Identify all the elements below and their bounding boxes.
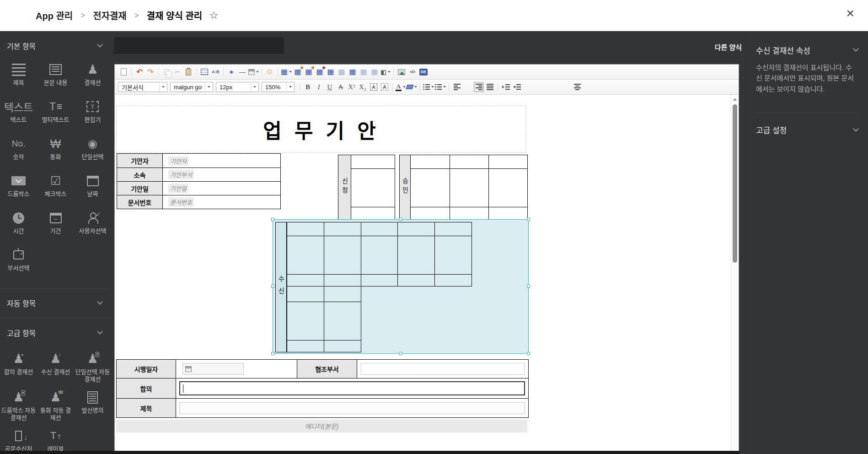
split-vertical-icon[interactable]: ▦: [370, 67, 380, 77]
indent-decrease-icon[interactable]: [512, 82, 522, 92]
resize-handle-s[interactable]: [399, 352, 402, 355]
meta-table[interactable]: 시행일자 협조부서 합의: [116, 359, 529, 418]
special-character-icon[interactable]: ∗: [226, 67, 236, 77]
font-family-select[interactable]: malgun got..: [170, 82, 213, 92]
sidebar-item-dropbox-auto-line[interactable]: ♟드롭박스 자동결재선: [0, 386, 37, 425]
sidebar-item-time[interactable]: 시간: [0, 206, 37, 243]
cut-icon[interactable]: ✂: [172, 67, 182, 77]
superscript-icon[interactable]: X²: [347, 82, 357, 92]
source-code-icon[interactable]: </>: [407, 67, 418, 77]
sidebar-item-agree-approval-line[interactable]: ♟합의 결재선: [0, 348, 37, 386]
row-value[interactable]: 기안자: [163, 154, 280, 168]
split-cells-icon[interactable]: ▦: [337, 67, 347, 77]
close-button[interactable]: ×: [846, 6, 854, 20]
horizontal-rule-icon[interactable]: —: [237, 67, 247, 77]
resize-handle-w[interactable]: [271, 285, 274, 288]
editor-canvas[interactable]: 업 무 기 안 기안자기안자 소속기안부서 기안일기안일 문서번호문서번호 신청: [115, 95, 739, 454]
sidebar-item-text[interactable]: 텍스트텍스트: [0, 95, 37, 132]
advanced-settings-header[interactable]: 고급 설정: [756, 123, 858, 137]
character-style-icon[interactable]: A: [369, 82, 379, 92]
receive-line-properties-header[interactable]: 수신 결재선 속성: [756, 43, 858, 57]
sidebar-item-sender-name[interactable]: 발신명의: [74, 386, 111, 425]
scrollbar-thumb[interactable]: [733, 104, 737, 263]
subject-input[interactable]: [179, 402, 525, 414]
underline-icon[interactable]: U: [325, 82, 335, 92]
resize-handle-nw[interactable]: [271, 218, 274, 221]
remove-format-icon[interactable]: A: [380, 82, 390, 92]
sidebar-item-label-item[interactable]: T레이블: [37, 425, 74, 454]
resize-handle-se[interactable]: [527, 352, 530, 355]
sidebar-item-title[interactable]: 제목: [0, 58, 37, 95]
redo-icon[interactable]: ↷: [145, 67, 155, 77]
sidebar-item-official-receiver[interactable]: ↓공문수신처: [0, 425, 37, 454]
emoticon-icon[interactable]: ☺: [265, 67, 275, 77]
find-replace-icon[interactable]: A↕B: [210, 67, 220, 77]
resize-handle-n[interactable]: [399, 218, 402, 221]
undo-icon[interactable]: ↶: [134, 67, 145, 77]
favorite-star-icon[interactable]: ☆: [209, 9, 219, 22]
align-left-icon[interactable]: [452, 82, 462, 92]
sidebar-item-department-select[interactable]: ✓부서선택: [0, 243, 37, 280]
sidebar-item-checkbox[interactable]: ☑체크박스: [37, 169, 74, 206]
auto-section-header[interactable]: 자동 항목: [0, 289, 111, 317]
document-title-block[interactable]: 업 무 기 안: [116, 106, 526, 153]
sidebar-item-editor[interactable]: T편집기: [74, 95, 111, 132]
align-right-icon[interactable]: [474, 82, 484, 92]
other-form-button[interactable]: 다른 양식: [715, 42, 742, 52]
row-value[interactable]: 기안부서: [163, 168, 280, 181]
font-color-icon[interactable]: A: [396, 82, 406, 92]
sidebar-item-single-select-auto-line[interactable]: ♟단일선택 자동결재선: [74, 348, 111, 386]
agree-input[interactable]: [179, 381, 525, 395]
resize-handle-sw[interactable]: [271, 352, 274, 355]
row-value[interactable]: 문서번호: [163, 195, 280, 209]
sidebar-item-period[interactable]: ~기간: [37, 206, 74, 243]
document-badge-icon[interactable]: DE: [418, 67, 429, 77]
sidebar-item-receive-approval-line[interactable]: ♟수신 결재선: [37, 348, 74, 386]
resize-handle-e[interactable]: [527, 285, 530, 288]
sidebar-item-number[interactable]: No.숫자: [0, 132, 37, 169]
body-editor-placeholder[interactable]: 에디터(본문): [116, 420, 527, 432]
drafter-info-table[interactable]: 기안자기안자 소속기안부서 기안일기안일 문서번호문서번호: [117, 153, 281, 209]
insert-table-icon[interactable]: ▦: [281, 67, 292, 77]
row-value[interactable]: 기안일: [163, 182, 280, 195]
merge-cells-icon[interactable]: ▦: [326, 67, 336, 77]
italic-icon[interactable]: I: [314, 82, 324, 92]
breadcrumb-app-manage[interactable]: App 관리: [36, 9, 73, 22]
insert-column-icon[interactable]: ▦: [304, 67, 314, 77]
sidebar-item-dropdown[interactable]: 드롭박스: [0, 169, 37, 206]
sidebar-item-date[interactable]: 날짜: [74, 169, 111, 206]
sidebar-item-currency-auto-line[interactable]: ♟통화 자동 결재선: [37, 386, 74, 425]
sidebar-item-currency[interactable]: ₩통화: [37, 132, 74, 169]
approve-approval-table[interactable]: 승인: [399, 155, 528, 222]
highlight-color-icon[interactable]: [407, 82, 417, 92]
calendar-insert-icon[interactable]: [248, 67, 259, 77]
font-size-select[interactable]: 12px: [216, 82, 259, 92]
advanced-section-header[interactable]: 고급 항목: [0, 318, 111, 348]
align-justify-icon[interactable]: [485, 82, 495, 92]
subscript-icon[interactable]: X₂: [358, 82, 368, 92]
unordered-list-icon[interactable]: [435, 82, 446, 92]
coop-dept-input[interactable]: [361, 363, 525, 375]
editor-scrollbar[interactable]: [731, 95, 739, 454]
zoom-select[interactable]: 150%: [262, 82, 295, 92]
new-document-icon[interactable]: [118, 67, 129, 77]
basic-section-header[interactable]: 기본 항목: [0, 34, 111, 58]
apply-approval-table[interactable]: 신청: [338, 155, 395, 222]
exec-date-input[interactable]: [182, 363, 244, 375]
align-center-icon[interactable]: [463, 82, 473, 92]
delete-row-icon[interactable]: ▦: [315, 67, 325, 77]
split-horizontal-icon[interactable]: ▦: [359, 67, 369, 77]
breadcrumb-eapproval[interactable]: 전자결재: [93, 9, 127, 22]
strikethrough-icon[interactable]: A: [336, 82, 346, 92]
sidebar-item-single-select[interactable]: ◉단일선택: [74, 132, 111, 169]
sidebar-item-approval-line[interactable]: ♟결재선: [74, 58, 111, 95]
copy-icon[interactable]: [161, 67, 171, 77]
form-template-icon[interactable]: [199, 67, 209, 77]
bold-icon[interactable]: B: [303, 82, 313, 92]
fill-color-icon[interactable]: ◧: [380, 67, 391, 77]
paste-icon[interactable]: [183, 67, 193, 77]
receive-approval-line-selected[interactable]: 수신: [273, 219, 529, 354]
sidebar-item-user-select[interactable]: ✓사용자선택: [74, 206, 111, 243]
ordered-list-icon[interactable]: [423, 82, 434, 92]
resize-handle-ne[interactable]: [527, 218, 530, 221]
